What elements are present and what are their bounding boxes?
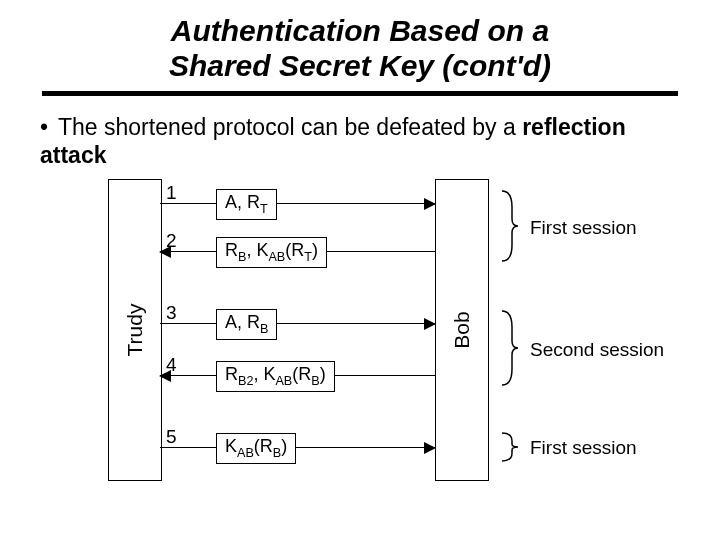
session-label-2: Second session [530, 339, 664, 361]
message-1-num: 1 [166, 182, 177, 204]
trudy-label: Trudy [123, 304, 147, 357]
brace-icon [500, 309, 518, 387]
brace-icon [500, 189, 518, 263]
message-5-num: 5 [166, 426, 177, 448]
bob-box: Bob [435, 179, 489, 481]
slide-title-line2: Shared Secret Key (cont'd) [169, 49, 551, 82]
arrow-head-icon [159, 246, 171, 258]
message-2: 2 RB, KAB(RT) [160, 251, 435, 252]
message-3: 3 A, RB [160, 323, 435, 324]
message-4-label: RB2, KAB(RB) [216, 361, 335, 392]
arrow-head-icon [424, 318, 436, 330]
message-1: 1 A, RT [160, 203, 435, 204]
message-5: 5 KAB(RB) [160, 447, 435, 448]
slide-title-line1: Authentication Based on a [171, 14, 549, 47]
message-3-label: A, RB [216, 309, 277, 340]
arrow-head-icon [424, 442, 436, 454]
session-label-1: First session [530, 217, 637, 239]
bullet-text: •The shortened protocol can be defeated … [0, 96, 720, 169]
message-3-num: 3 [166, 302, 177, 324]
arrow-head-icon [159, 370, 171, 382]
message-1-label: A, RT [216, 189, 277, 220]
brace-icon [500, 431, 518, 463]
arrow-head-icon [424, 198, 436, 210]
session-label-3: First session [530, 437, 637, 459]
message-2-label: RB, KAB(RT) [216, 237, 327, 268]
message-5-label: KAB(RB) [216, 433, 296, 464]
protocol-diagram: Trudy Bob 1 A, RT 2 RB, KAB(RT) 3 A, RB … [0, 179, 720, 519]
bob-label: Bob [450, 312, 474, 349]
trudy-box: Trudy [108, 179, 162, 481]
bullet-text-a: The shortened protocol can be defeated b… [58, 114, 522, 140]
message-4: 4 RB2, KAB(RB) [160, 375, 435, 376]
